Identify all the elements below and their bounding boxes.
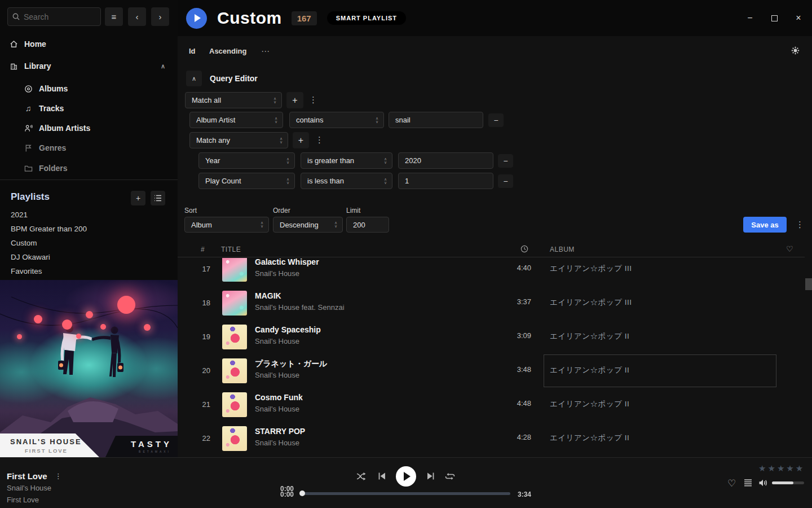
playlist-item[interactable]: DJ Okawari — [11, 253, 50, 261]
add-rule-button[interactable]: + — [286, 92, 303, 108]
group-options-icon[interactable]: ⋮ — [309, 95, 317, 105]
nav-back-icon[interactable]: ‹ — [128, 7, 146, 26]
seek-bar[interactable] — [302, 492, 510, 495]
track-artist[interactable]: Snail's House feat. Sennzai — [255, 303, 345, 312]
select-value: Play Count — [205, 177, 241, 185]
next-track-icon[interactable] — [426, 472, 435, 480]
query-editor-collapse-button[interactable]: ∧ — [186, 71, 202, 86]
match-group-select[interactable]: Match all ∧∨ — [185, 92, 282, 108]
rule-field-select[interactable]: Album Artist ∧∨ — [189, 112, 283, 128]
add-rule-button[interactable]: + — [293, 132, 309, 148]
table-row[interactable]: 22 STARRY POP Snail's House 4:28 エイリアン☆ポ… — [178, 422, 805, 456]
maximize-icon — [771, 15, 778, 21]
playlist-item[interactable]: 2021 — [11, 211, 28, 219]
sort-select[interactable]: Album ∧∨ — [184, 217, 269, 233]
maximize-button[interactable] — [770, 14, 779, 23]
rule-value-input[interactable] — [398, 152, 493, 169]
previous-track-icon[interactable] — [378, 472, 386, 480]
now-playing-album[interactable]: First Love — [7, 496, 39, 504]
search-field[interactable] — [24, 12, 86, 21]
track-album[interactable]: エイリアン☆ポップ II — [550, 331, 629, 341]
chevron-up-icon[interactable]: ∧ — [161, 63, 165, 70]
track-album[interactable]: エイリアン☆ポップ II — [550, 433, 629, 443]
order-select[interactable]: Descending ∧∨ — [273, 217, 343, 233]
now-playing-artist[interactable]: Snail's House — [7, 484, 51, 492]
match-group-select[interactable]: Match any ∧∨ — [189, 132, 288, 148]
column-number[interactable]: # — [201, 246, 205, 253]
sidebar-item-genres[interactable]: Genres — [0, 141, 178, 155]
playlist-item[interactable]: BPM Greater than 200 — [11, 225, 87, 233]
query-editor-title: Query Editor — [210, 74, 258, 83]
rule-field-select[interactable]: Year ∧∨ — [198, 152, 295, 169]
queue-icon[interactable] — [744, 479, 752, 487]
save-options-icon[interactable]: ⋮ — [796, 220, 804, 230]
play-playlist-button[interactable] — [186, 8, 207, 29]
track-album[interactable]: エイリアン☆ポップ II — [550, 399, 629, 409]
now-playing-title[interactable]: First Love — [7, 471, 47, 481]
remove-rule-button[interactable]: − — [488, 113, 504, 127]
track-artist[interactable]: Snail's House — [255, 337, 299, 345]
play-pause-button[interactable] — [396, 466, 416, 487]
sidebar-item-albums[interactable]: Albums — [0, 81, 178, 96]
repeat-icon[interactable] — [445, 472, 455, 480]
sidebar-item-album-artists[interactable]: Album Artists — [0, 121, 178, 135]
playlist-item[interactable]: Custom — [11, 239, 37, 247]
track-album[interactable]: エイリアン☆ポップ III — [550, 264, 632, 274]
minimize-button[interactable]: − — [745, 14, 754, 23]
table-row[interactable]: 17 Galactic Whisper Snail's House 4:40 エ… — [178, 258, 805, 286]
rule-operator-select[interactable]: is less than ∧∨ — [301, 173, 392, 189]
favorite-column-heart-icon[interactable]: ♡ — [786, 244, 793, 253]
track-artist[interactable]: Snail's House — [255, 405, 299, 413]
table-row[interactable]: 19 Candy Spaceship Snail's House 3:09 エイ… — [178, 320, 805, 354]
scrollbar-thumb[interactable] — [805, 278, 812, 290]
nav-forward-icon[interactable]: › — [151, 7, 169, 26]
table-row[interactable]: 18 MAGIK Snail's House feat. Sennzai 3:3… — [178, 286, 805, 320]
rule-field-select[interactable]: Play Count ∧∨ — [198, 173, 295, 189]
duration-clock-icon[interactable] — [520, 245, 528, 253]
star-icon[interactable]: ★ — [777, 463, 784, 474]
track-artist[interactable]: Snail's House — [255, 371, 299, 379]
now-playing-artwork[interactable]: SNAIL'S HOUSE FIRST LOVE TASTY BETAMAXI — [0, 280, 178, 457]
search-input[interactable] — [7, 7, 101, 26]
track-artist[interactable]: Snail's House — [255, 439, 299, 447]
shuffle-icon[interactable] — [356, 472, 367, 481]
more-options-icon[interactable]: ⋯ — [261, 46, 270, 56]
star-icon[interactable]: ★ — [758, 463, 766, 474]
rule-operator-select[interactable]: contains ∧∨ — [289, 112, 384, 128]
rule-value-input[interactable] — [398, 173, 493, 189]
sort-order-button[interactable]: Ascending — [209, 47, 246, 55]
now-playing-options-icon[interactable]: ⋮ — [55, 472, 62, 480]
add-playlist-button[interactable]: + — [131, 191, 145, 205]
group-options-icon[interactable]: ⋮ — [315, 135, 324, 145]
remove-rule-button[interactable]: − — [498, 174, 513, 188]
volume-slider[interactable] — [772, 481, 804, 484]
star-icon[interactable]: ★ — [796, 463, 803, 474]
save-as-button[interactable]: Save as — [743, 217, 787, 233]
favorite-heart-icon[interactable]: ♡ — [727, 478, 736, 489]
column-album[interactable]: ALBUM — [550, 246, 575, 253]
menu-icon[interactable]: ≡ — [105, 7, 123, 26]
track-album[interactable]: エイリアン☆ポップ II — [550, 365, 629, 375]
sidebar-item-folders[interactable]: Folders — [0, 161, 178, 176]
playlist-list-button[interactable] — [151, 191, 165, 205]
remove-rule-button[interactable]: − — [498, 154, 513, 168]
star-icon[interactable]: ★ — [786, 463, 793, 474]
track-album[interactable]: エイリアン☆ポップ III — [550, 297, 632, 308]
sidebar-item-tracks[interactable]: ♫ Tracks — [0, 101, 178, 116]
table-row[interactable]: 21 Cosmo Funk Snail's House 4:48 エイリアン☆ポ… — [178, 388, 805, 422]
star-icon[interactable]: ★ — [767, 463, 775, 474]
column-title[interactable]: TITLE — [221, 246, 241, 253]
seek-handle[interactable] — [299, 491, 305, 496]
table-row[interactable]: 20 プラネット・ガール Snail's House 3:48 エイリアン☆ポッ… — [178, 354, 805, 388]
gear-icon[interactable] — [791, 46, 800, 55]
sort-field-button[interactable]: Id — [189, 47, 196, 55]
sidebar-item-library[interactable]: Library ∧ — [0, 59, 178, 73]
track-artist[interactable]: Snail's House — [255, 269, 299, 278]
sidebar-item-home[interactable]: Home — [0, 37, 178, 51]
volume-icon[interactable] — [758, 479, 768, 487]
playlist-item[interactable]: Favorites — [11, 267, 42, 275]
close-button[interactable]: × — [794, 14, 803, 23]
limit-input[interactable] — [346, 217, 389, 233]
rule-operator-select[interactable]: is greater than ∧∨ — [301, 152, 392, 169]
rule-value-input[interactable] — [389, 112, 483, 128]
